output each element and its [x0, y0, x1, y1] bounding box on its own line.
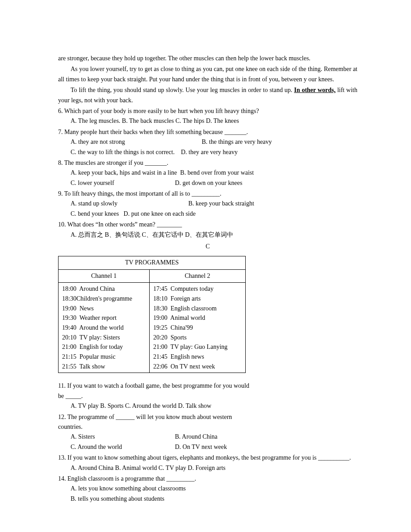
list-item: 19:25 China'99	[153, 323, 242, 333]
question-13: 13. If you want to know something about …	[58, 453, 357, 473]
question-14-stem: 14. English classroom is a programme tha…	[58, 474, 357, 484]
question-9-stem: 9. To lift heavy things, the most import…	[58, 189, 357, 199]
question-8-option-c: C. lower yourself	[71, 178, 173, 188]
question-9-option-c: C. bend your knees	[71, 209, 119, 219]
list-item: 21:45 English news	[153, 352, 242, 362]
question-13-options: A. Around China B. Animal world C. TV pl…	[58, 463, 357, 473]
list-item: 19:00 News	[62, 304, 146, 314]
question-11-stem-b: be _____.	[58, 391, 357, 401]
tv-table-title: TV PROGRAMMES	[59, 256, 246, 269]
list-item: 19:30 Weather report	[62, 313, 146, 323]
list-item: 20:20 Sports	[153, 333, 242, 343]
question-10-options: A. 总而言之 B、换句话说 C、在其它话中 D、在其它单词中	[58, 230, 357, 240]
question-9-options-row1: A. stand up slowly B. keep your back str…	[58, 199, 357, 209]
question-9-option-a: A. stand up slowly	[71, 199, 187, 209]
question-12-stem-a: 12. The programme of ______ will let you…	[58, 412, 357, 422]
passage-paragraph-1: are stronger, because they hold up toget…	[58, 54, 357, 63]
question-14: 14. English classroom is a programme tha…	[58, 474, 357, 504]
question-6: 6. Which part of your body is more easil…	[58, 106, 357, 126]
tv-programmes-table-container: TV PROGRAMMES Channel 1 Channel 2 18:00 …	[58, 256, 357, 373]
question-7-options-row2: C. the way to lift the things is not cor…	[58, 147, 357, 157]
question-12-options-row1: A. Sisters B. Around China	[58, 432, 357, 442]
question-9-option-d: D. put one knee on each side	[124, 209, 196, 219]
channel-2-header: Channel 2	[149, 269, 245, 282]
question-12-option-a: A. Sisters	[71, 432, 173, 442]
question-7-option-a: A. they are not strong	[71, 137, 200, 147]
question-10-stem: 10. What does “In other words” mean? ___…	[58, 220, 357, 230]
question-7-option-c: C. the way to lift the things is not cor…	[71, 147, 175, 157]
question-8-options-row1: A. keep your back, hips and waist in a l…	[58, 168, 357, 178]
question-12-option-b: B. Around China	[175, 432, 218, 442]
channel-1-list: 18:00 Around China 18:30Children's progr…	[62, 284, 146, 371]
list-item: 21:00 TV play: Guo Lanying	[153, 342, 242, 352]
list-item: 18:10 Foreign arts	[153, 294, 242, 304]
list-item: 21:15 Popular music	[62, 352, 146, 362]
section-c-label: C	[58, 242, 357, 251]
question-9-option-b: B. keep your back straight	[189, 199, 254, 209]
list-item: 21:55 Talk show	[62, 362, 146, 372]
list-item: 21:00 English for today	[62, 342, 146, 352]
question-14-option-a: A. lets you know something about classro…	[58, 484, 357, 494]
question-13-stem: 13. If you want to know something about …	[58, 453, 357, 463]
list-item: 19:00 Animal world	[153, 313, 242, 323]
question-12-options-row2: C. Around the world D. On TV next week	[58, 442, 357, 452]
question-11-stem-a: 11. If you want to watch a football game…	[58, 381, 357, 391]
list-item: 18:30Children's programme	[62, 294, 146, 304]
question-9: 9. To lift heavy things, the most import…	[58, 189, 357, 219]
question-7-options-row1: A. they are not strong B. the things are…	[58, 137, 357, 147]
question-8-option-b: B. bend over from your waist	[180, 168, 254, 178]
list-item: 19:40 Around the world	[62, 323, 146, 333]
question-8-option-a: A. keep your back, hips and waist in a l…	[71, 168, 177, 178]
passage-paragraph-2: As you lower yourself, try to get as clo…	[58, 64, 357, 84]
list-item: 17:45 Computers today	[153, 284, 242, 294]
question-6-options: A. The leg muscles. B. The back muscles …	[58, 116, 357, 126]
question-12-stem-b: countries.	[58, 422, 357, 432]
question-8-options-row2: C. lower yourself D. get down on your kn…	[58, 178, 357, 188]
question-7-stem: 7. Many people hurt their backs when the…	[58, 127, 357, 137]
question-8-stem: 8. The muscles are stronger if you _____…	[58, 158, 357, 168]
channel-2-schedule: 17:45 Computers today 18:10 Foreign arts…	[149, 283, 245, 373]
question-7-option-d: D. they are very heavy	[181, 147, 238, 157]
question-10: 10. What does “In other words” mean? ___…	[58, 220, 357, 240]
channel-1-header: Channel 1	[59, 269, 150, 282]
question-6-stem: 6. Which part of your body is more easil…	[58, 106, 357, 116]
question-11: 11. If you want to watch a football game…	[58, 381, 357, 411]
passage-p3-underline: In other words,	[294, 87, 336, 93]
channel-1-schedule: 18:00 Around China 18:30Children's progr…	[59, 283, 150, 373]
question-7: 7. Many people hurt their backs when the…	[58, 127, 357, 157]
question-12-option-d: D. On TV next week	[175, 442, 227, 452]
question-11-options: A. TV play B. Sports C. Around the world…	[58, 401, 357, 411]
list-item: 20:10 TV play: Sisters	[62, 333, 146, 343]
list-item: 18:30 English classroom	[153, 304, 242, 314]
question-12-option-c: C. Around the world	[71, 442, 173, 452]
question-8-option-d: D. get down on your knees	[175, 178, 243, 188]
question-7-option-b: B. the things are very heavy	[202, 137, 272, 147]
question-9-options-row2: C. bend your knees D. put one knee on ea…	[58, 209, 357, 219]
question-12: 12. The programme of ______ will let you…	[58, 412, 357, 452]
passage-p3-pre: To lift the thing, you should stand up s…	[71, 87, 294, 93]
question-8: 8. The muscles are stronger if you _____…	[58, 158, 357, 188]
channel-2-list: 17:45 Computers today 18:10 Foreign arts…	[153, 284, 242, 371]
list-item: 22:06 On TV next week	[153, 362, 242, 372]
tv-programmes-table: TV PROGRAMMES Channel 1 Channel 2 18:00 …	[58, 256, 246, 373]
passage-paragraph-3: To lift the thing, you should stand up s…	[58, 85, 357, 105]
question-14-option-b: B. tells you something about students	[58, 494, 357, 504]
list-item: 18:00 Around China	[62, 284, 146, 294]
